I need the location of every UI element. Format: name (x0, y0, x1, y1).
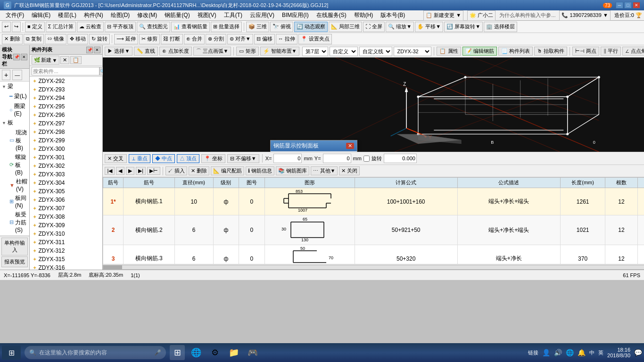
tree-group-slab[interactable]: ▼ 板 (0, 118, 29, 128)
comp-item-ZDYX-293[interactable]: ✦ZDYX-293 (30, 85, 102, 94)
comp-item-ZDYX-303[interactable]: ✦ZDYX-303 (30, 170, 102, 179)
taskbar-app-3[interactable]: ⚙ (207, 345, 223, 360)
coord-button[interactable]: 📍 坐标 (201, 154, 225, 163)
comp-item-ZDYX-302[interactable]: ✦ZDYX-302 (30, 162, 102, 170)
comp-item-ZDYX-298[interactable]: ✦ZDYX-298 (30, 128, 102, 136)
zoom-button[interactable]: 🔍 缩放▼ (386, 22, 414, 32)
pan-button[interactable]: ✋ 平移▼ (415, 22, 443, 32)
custom-select[interactable]: 自定义 (330, 47, 358, 56)
table-row-2[interactable]: 3 横向钢筋.3 6 ф 0 50 125 70 50+320 端头+净长 37… (103, 245, 644, 264)
move-button[interactable]: ✥ 移动 (67, 34, 88, 44)
rect-button[interactable]: ▭ 矩形 (236, 47, 258, 56)
delete-row-button[interactable]: ✕ 删除 (189, 166, 209, 175)
rebar-lib-button[interactable]: 📚 钢筋图库 (276, 166, 309, 175)
phone-button[interactable]: 📞 13907298339 ▼ (559, 10, 610, 21)
undo-button[interactable]: ↩ (2, 22, 11, 32)
trim-button[interactable]: ✂ 修剪 (139, 34, 160, 44)
extend-button[interactable]: ⟶ 延伸 (114, 34, 138, 44)
delete-button[interactable]: ✕ 删除 (2, 34, 23, 44)
comp-item-ZDYX-316[interactable]: ✦ZDYX-316 (30, 263, 102, 270)
redo-button[interactable]: ↪ (12, 22, 21, 32)
comp-item-ZDYX-300[interactable]: ✦ZDYX-300 (30, 145, 102, 153)
tree-group-beam[interactable]: ▼ 梁 (0, 82, 29, 91)
delete-comp-button[interactable]: ✕ (60, 56, 69, 64)
nav-next-button[interactable]: ▶ (126, 167, 134, 175)
menu-file[interactable]: 文件(F) (2, 10, 28, 20)
mid-point-button[interactable]: ◆ 中点 (152, 154, 175, 163)
line-type-select[interactable]: 自定义线 (359, 47, 392, 56)
offset-button[interactable]: ⊟ 偏移 (254, 34, 275, 44)
comp-item-ZDYX-308[interactable]: ✦ZDYX-308 (30, 213, 102, 221)
menu-bim[interactable]: BIM应用(I) (278, 10, 313, 20)
close-button[interactable]: ✕ (633, 2, 640, 8)
comp-item-ZDYX-315[interactable]: ✦ZDYX-315 (30, 255, 102, 263)
fullscreen-button[interactable]: ⛶ 全屏 (363, 22, 385, 32)
taskbar-app-5[interactable]: 🎮 (245, 345, 260, 360)
menu-modify[interactable]: 修改(M) (133, 10, 161, 20)
line-button[interactable]: 📏 直线 (134, 47, 158, 56)
break-button[interactable]: ⛓ 打断 (161, 34, 182, 44)
comp-item-ZDYX-299[interactable]: ✦ZDYX-299 (30, 136, 102, 145)
comp-item-ZDYX-311[interactable]: ✦ZDYX-311 (30, 238, 102, 247)
new-comp-button[interactable]: 🌿 新建 ▼ (32, 56, 59, 65)
align-top-button[interactable]: ⊟ 平齐板顶 (105, 22, 136, 32)
x-input[interactable] (273, 154, 302, 163)
tree-item-beam[interactable]: ━ 梁(L) (6, 91, 29, 101)
top-view-button[interactable]: 🔭 俯视 (270, 22, 293, 32)
nav-last-button[interactable]: ▶| (136, 167, 146, 175)
menu-tools[interactable]: 工具(T) (220, 10, 246, 20)
property-button[interactable]: 📋 属性 (437, 47, 461, 56)
dynamic-view-button[interactable]: 🔄 动态观察 (294, 22, 328, 32)
find-element-button[interactable]: 🔍 查找图元 (137, 22, 170, 32)
split-button[interactable]: ⊗ 分割 (206, 34, 226, 44)
menu-online[interactable]: 在线服务(S) (313, 10, 350, 20)
arc-button[interactable]: ⌒ 三点画弧▼ (193, 47, 231, 56)
taskbar-app-2[interactable]: 🌐 (189, 345, 204, 360)
batch-select-button[interactable]: ⊞ 批量选择 (211, 22, 242, 32)
menu-rebar-qty[interactable]: 钢筋量(Q) (161, 10, 193, 20)
report-preview-button[interactable]: 报表预览 (1, 256, 28, 267)
menu-view[interactable]: 视图(V) (194, 10, 220, 20)
comp-item-ZDYX-295[interactable]: ✦ZDYX-295 (30, 102, 102, 111)
angle-button[interactable]: ∠ 点点角 (622, 47, 644, 56)
minimize-button[interactable]: ─ (616, 2, 623, 8)
menu-cloud[interactable]: 云应用(V) (246, 10, 278, 20)
cloud-check-button[interactable]: ☁ 云检查 (77, 22, 104, 32)
panel-pin-button[interactable]: 📌 (13, 54, 20, 60)
scroll-track[interactable] (103, 265, 644, 270)
perp-point-button[interactable]: ⊥ 垂点 (129, 154, 150, 163)
comp-item-ZDYX-294[interactable]: ✦ZDYX-294 (30, 94, 102, 102)
menu-draw[interactable]: 绘图(D) (107, 10, 134, 20)
dim-bar-button[interactable]: 📐 编尺配筋 (211, 166, 244, 175)
taskbar-search-input[interactable] (39, 349, 151, 356)
comp-item-ZDYX-306[interactable]: ✦ZDYX-306 (30, 196, 102, 204)
screen-rotate-button[interactable]: 🔃 屏幕旋转▼ (444, 22, 483, 32)
tree-item-ring-beam[interactable]: ○ 圈梁(E) (6, 101, 29, 118)
add-nav-button[interactable]: + (2, 70, 10, 80)
comp-item-ZDYX-307[interactable]: ✦ZDYX-307 (30, 204, 102, 213)
floor-select[interactable]: 第7层 (302, 47, 328, 56)
comp-panel-pin[interactable]: 📌 (86, 47, 93, 53)
single-component-button[interactable]: 单构件输入 (1, 238, 28, 255)
component-select[interactable]: ZDYX-32 (394, 47, 431, 56)
tree-item-cast-slab[interactable]: ▭ 现浇板(B) (6, 128, 29, 152)
tree-item-spiral-slab[interactable]: ⟳ 螺旋板(B) (6, 152, 29, 177)
edit-rebar-button[interactable]: 📝 编辑钢筋 (462, 47, 497, 56)
comp-panel-close[interactable]: ✕ (94, 47, 100, 53)
comp-item-ZDYX-292[interactable]: ✦ZDYX-292 (30, 77, 102, 85)
rotate-button[interactable]: ↻ 旋转 (89, 34, 110, 44)
calc-button[interactable]: Σ 汇总计算 (46, 22, 76, 32)
table-row-0[interactable]: 1* 横向钢筋.1 10 ф 0 853 1007 100+1001+160 端… (103, 188, 644, 215)
taskbar-app-1[interactable]: ⊞ (170, 345, 185, 360)
insert-row-button[interactable]: ↙ 插入 (165, 166, 187, 175)
set-grip-button[interactable]: 📍 设置夹点 (298, 34, 332, 44)
two-point-button[interactable]: ⊢⊣ 两点 (572, 47, 599, 56)
vertex-button[interactable]: △ 顶点 (177, 154, 199, 163)
others-button[interactable]: ⋯ 其他▼ (311, 166, 338, 175)
pick-comp-button[interactable]: 🖱 抬取构件 (534, 47, 567, 56)
menu-help[interactable]: 帮助(H) (350, 10, 377, 20)
define-button[interactable]: ■ 定义 (25, 22, 45, 32)
menu-floor[interactable]: 楼层(L) (54, 10, 80, 20)
y-input[interactable] (323, 154, 351, 163)
menu-version[interactable]: 版本号(B) (377, 10, 409, 20)
